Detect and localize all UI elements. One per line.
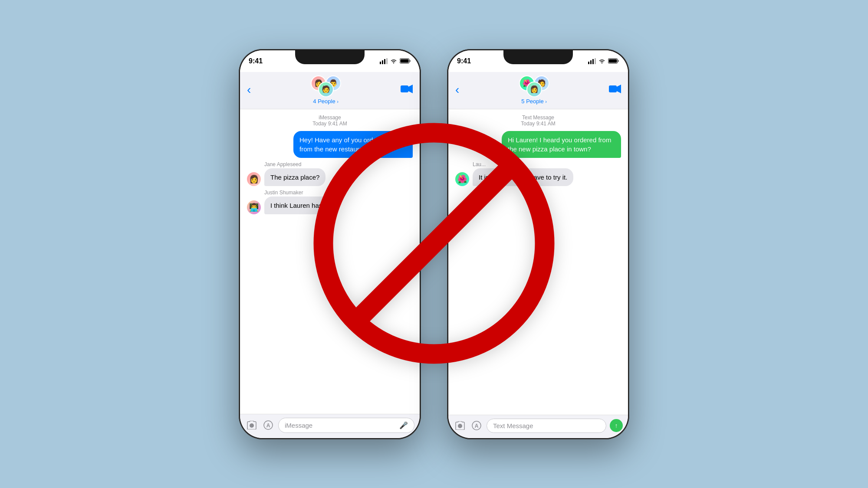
input-placeholder-1: iMessage: [285, 422, 312, 429]
svg-rect-2: [384, 59, 385, 64]
battery-icon-1: [400, 58, 411, 64]
sent-bubble-1: Hey! Have any of you ordered dinner from…: [293, 131, 413, 158]
status-icons-1: [380, 58, 411, 64]
sender-name-lau: Lau...: [473, 161, 621, 167]
input-placeholder-2: Text Message: [493, 422, 533, 429]
svg-point-21: [458, 424, 462, 428]
bubble-row-sent-2: Hi Lauren! I heard you ordered from the …: [455, 131, 621, 158]
received-bubble-lau: It is so good! You have to try it.: [473, 168, 573, 186]
svg-rect-19: [609, 85, 617, 92]
sender-name-justin: Justin Shumaker: [264, 190, 413, 196]
notch-1: [295, 50, 365, 64]
sender-name-jane: Jane Appleseed: [264, 161, 413, 167]
input-field-1[interactable]: iMessage 🎤: [278, 418, 414, 433]
time-2: 9:41: [457, 57, 471, 65]
apps-icon-2[interactable]: A: [470, 419, 483, 432]
status-bar-1: 9:41: [240, 50, 420, 72]
phone-2: 9:41: [447, 49, 629, 439]
svg-marker-20: [617, 85, 621, 93]
svg-text:A: A: [266, 422, 270, 429]
time-1: 9:41: [249, 57, 263, 65]
svg-rect-15: [595, 58, 596, 64]
svg-rect-18: [618, 60, 619, 62]
bubble-row-sent-1: Hey! Have any of you ordered dinner from…: [247, 131, 413, 158]
svg-rect-0: [380, 62, 381, 64]
bubble-row-received-lau: 🌺 It is so good! You have to try it.: [455, 168, 621, 186]
message-area-2: Text Message Today 9:41 AM Hi Lauren! I …: [448, 109, 628, 415]
svg-rect-1: [382, 60, 383, 64]
phone-1: 9:41: [239, 49, 421, 439]
svg-rect-17: [609, 59, 617, 63]
avatar-group-1: 👩 👨 🧑: [311, 75, 341, 97]
avatar-1c: 🧑: [318, 82, 334, 97]
svg-rect-12: [588, 62, 589, 64]
phones-container: 9:41: [239, 49, 629, 439]
svg-marker-8: [408, 85, 413, 93]
received-bubble-jane: The pizza place?: [264, 168, 326, 186]
signal-icon-1: [380, 58, 388, 64]
chat-header-2: ‹ 🌺 🧑 👩 5 People: [448, 72, 628, 109]
svg-rect-3: [386, 58, 388, 64]
avatar-lau: 🌺: [455, 172, 469, 186]
header-center-2: 🌺 🧑 👩 5 People ›: [519, 75, 549, 105]
camera-icon-2[interactable]: [454, 419, 467, 432]
apps-icon-1[interactable]: A: [262, 419, 275, 432]
bubble-row-received-jane: 👩 The pizza place?: [247, 168, 413, 186]
chat-header-1: ‹ 👩 👨 🧑 4 People: [240, 72, 420, 109]
wifi-icon-2: [598, 59, 605, 64]
avatar-justin: 👨‍💻: [247, 200, 261, 214]
status-icons-2: [588, 58, 619, 64]
back-button-1[interactable]: ‹: [247, 83, 251, 97]
status-bar-2: 9:41: [448, 50, 628, 72]
back-button-2[interactable]: ‹: [455, 83, 459, 97]
input-bar-1: A iMessage 🎤: [240, 414, 420, 438]
send-button-2[interactable]: ↑: [610, 419, 623, 432]
input-bar-2: A Text Message ↑: [448, 415, 628, 438]
svg-rect-6: [410, 60, 411, 62]
notch-2: [503, 50, 573, 64]
message-area-1: iMessage Today 9:41 AM Hey! Have any of …: [240, 109, 420, 414]
video-icon-2: [609, 85, 621, 93]
camera-icon-1[interactable]: [245, 419, 258, 432]
sent-bubble-2: Hi Lauren! I heard you ordered from the …: [502, 131, 621, 158]
header-center-1: 👩 👨 🧑 4 People ›: [311, 75, 341, 105]
audio-icon-1: 🎤: [399, 421, 408, 429]
avatar-group-2: 🌺 🧑 👩: [519, 75, 549, 97]
video-icon-1: [401, 85, 413, 93]
received-bubble-justin: I think Lauren has?: [264, 197, 332, 214]
video-button-1[interactable]: [401, 85, 413, 95]
time-label-1: iMessage Today 9:41 AM: [247, 115, 413, 127]
signal-icon-2: [588, 58, 596, 64]
svg-point-9: [250, 423, 254, 428]
wifi-icon-1: [390, 59, 397, 64]
svg-rect-14: [592, 59, 594, 64]
avatar-2c: 👩: [526, 82, 542, 97]
svg-text:A: A: [475, 423, 479, 429]
video-button-2[interactable]: [609, 85, 621, 95]
svg-rect-5: [401, 59, 409, 63]
bubble-row-received-justin: 👨‍💻 I think Lauren has?: [247, 197, 413, 214]
time-label-2: Text Message Today 9:41 AM: [455, 115, 621, 127]
svg-rect-13: [590, 60, 592, 64]
avatar-jane: 👩: [247, 172, 261, 186]
group-label-1[interactable]: 4 People ›: [313, 98, 339, 105]
group-label-2[interactable]: 5 People ›: [521, 98, 547, 105]
input-field-2[interactable]: Text Message: [487, 419, 606, 433]
battery-icon-2: [608, 58, 619, 64]
svg-rect-7: [401, 85, 408, 92]
